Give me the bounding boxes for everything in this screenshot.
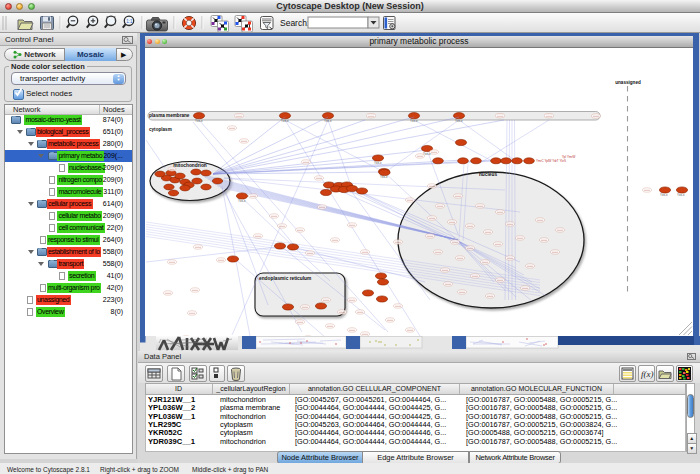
svg-text:Yxx-x: Yxx-x	[380, 175, 388, 179]
svg-text:mitochondrion: mitochondrion	[173, 163, 207, 168]
svg-text:Yxx-x: Yxx-x	[374, 161, 382, 165]
svg-text:Yxx-x: Yxx-x	[410, 119, 418, 123]
svg-text:Yxx-x: Yxx-x	[677, 193, 685, 197]
svg-text:Yxx-x: Yxx-x	[195, 119, 203, 123]
svg-text:Search:: Search:	[280, 18, 309, 28]
svg-text:f(x): f(x)	[641, 369, 654, 379]
svg-text:YmrC YplW YdrT YkrS: YmrC YplW YdrT YkrS	[536, 159, 566, 163]
svg-text:Yxx-x: Yxx-x	[281, 119, 289, 123]
svg-text:Yxx-x: Yxx-x	[324, 119, 332, 123]
svg-text:plasma membrane: plasma membrane	[149, 113, 190, 118]
svg-text:unassigned: unassigned	[615, 80, 641, 85]
svg-text:Yxx-x: Yxx-x	[455, 119, 463, 123]
svg-text:Yxx-x: Yxx-x	[423, 152, 431, 156]
svg-text:1:1: 1:1	[126, 19, 133, 24]
svg-text:cytoplasm: cytoplasm	[149, 127, 172, 132]
svg-text:Yxx-x: Yxx-x	[660, 193, 668, 197]
svg-text:Yxx-x: Yxx-x	[238, 199, 246, 203]
svg-text:nucleus: nucleus	[479, 172, 497, 177]
svg-text:Ypl YmrW: Ypl YmrW	[562, 155, 575, 159]
svg-text:endoplasmic reticulum: endoplasmic reticulum	[259, 276, 311, 281]
